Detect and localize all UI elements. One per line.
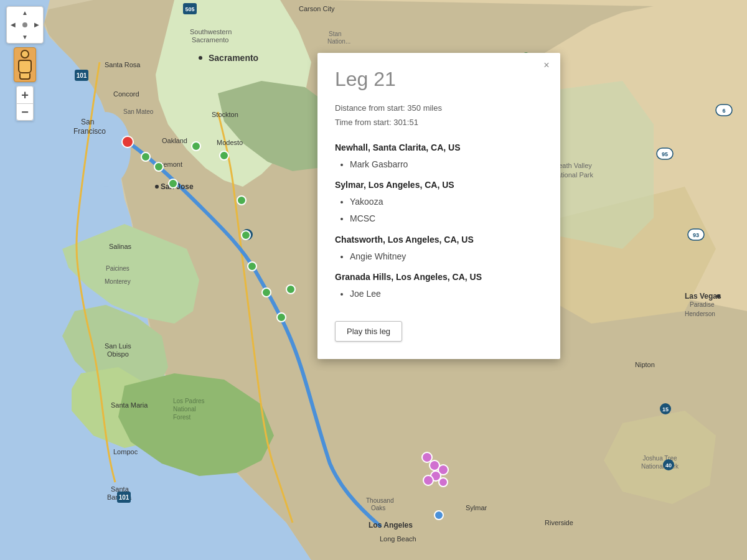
svg-text:101: 101 bbox=[77, 72, 87, 79]
svg-text:Thousand: Thousand bbox=[366, 497, 393, 504]
nav-center bbox=[19, 19, 31, 30]
svg-text:Sacramento: Sacramento bbox=[192, 36, 228, 44]
svg-point-79 bbox=[122, 136, 133, 147]
location-name: Granada Hills, Los Angeles, CA, US bbox=[335, 272, 543, 282]
svg-text:Henderson: Henderson bbox=[685, 310, 715, 317]
location-section: Granada Hills, Los Angeles, CA, USJoe Le… bbox=[335, 272, 543, 302]
svg-point-25 bbox=[155, 185, 159, 189]
svg-text:6: 6 bbox=[722, 108, 725, 114]
street-view-button[interactable] bbox=[14, 47, 36, 82]
svg-text:101: 101 bbox=[119, 494, 129, 501]
participant-item: Joe Lee bbox=[350, 286, 543, 302]
participant-item: Angie Whitney bbox=[350, 248, 543, 265]
close-button[interactable]: × bbox=[540, 59, 553, 72]
svg-point-96 bbox=[439, 478, 448, 487]
popup-title: Leg 21 bbox=[335, 68, 543, 91]
participants-list: Mark Gasbarro bbox=[335, 156, 543, 173]
zoom-out-button[interactable]: − bbox=[16, 103, 34, 121]
play-this-leg-button[interactable]: Play this leg bbox=[335, 321, 402, 342]
svg-point-84 bbox=[220, 151, 228, 160]
map-container: Death Valley National Park Joshua Tree N… bbox=[0, 0, 747, 560]
location-name: Chatsworth, Los Angeles, CA, US bbox=[335, 235, 543, 245]
participant-item: MCSC bbox=[350, 210, 543, 227]
svg-point-89 bbox=[277, 313, 286, 322]
svg-text:Forest: Forest bbox=[173, 414, 191, 421]
distance-value: 350 miles bbox=[407, 103, 442, 113]
svg-text:Oakland: Oakland bbox=[162, 137, 187, 144]
svg-text:Stockton: Stockton bbox=[212, 111, 238, 118]
svg-point-83 bbox=[192, 142, 200, 151]
svg-text:National: National bbox=[173, 406, 196, 413]
location-name: Newhall, Santa Clarita, CA, US bbox=[335, 142, 543, 152]
svg-text:Concord: Concord bbox=[113, 90, 139, 98]
svg-point-48 bbox=[716, 294, 720, 298]
zoom-in-button[interactable]: + bbox=[16, 86, 34, 103]
svg-text:Modesto: Modesto bbox=[217, 139, 243, 146]
svg-text:Las Vegas: Las Vegas bbox=[685, 292, 721, 301]
nav-down-button[interactable]: ▼ bbox=[19, 31, 31, 43]
svg-text:Lompoc: Lompoc bbox=[113, 448, 138, 455]
info-window: × Leg 21 Distance from start: 350 miles … bbox=[317, 53, 560, 359]
svg-text:Paradise: Paradise bbox=[690, 301, 715, 308]
svg-point-82 bbox=[169, 179, 177, 188]
svg-point-19 bbox=[199, 56, 202, 60]
time-label: Time from start: bbox=[335, 118, 392, 127]
svg-point-81 bbox=[154, 162, 163, 171]
svg-text:San Mateo: San Mateo bbox=[123, 108, 154, 115]
location-name: Sylmar, Los Angeles, CA, US bbox=[335, 180, 543, 190]
svg-text:Francisco: Francisco bbox=[73, 127, 106, 136]
svg-text:San: San bbox=[81, 118, 94, 126]
svg-text:95: 95 bbox=[662, 151, 668, 157]
svg-text:505: 505 bbox=[185, 6, 194, 12]
participant-item: Mark Gasbarro bbox=[350, 156, 543, 173]
svg-point-80 bbox=[141, 152, 150, 161]
svg-point-86 bbox=[242, 231, 250, 240]
svg-point-90 bbox=[286, 285, 295, 294]
svg-point-97 bbox=[435, 511, 443, 520]
svg-text:15: 15 bbox=[662, 406, 669, 413]
svg-text:Los Padres: Los Padres bbox=[173, 398, 205, 404]
svg-text:Sacramento: Sacramento bbox=[209, 53, 258, 63]
svg-point-87 bbox=[248, 262, 256, 271]
svg-text:40: 40 bbox=[665, 462, 672, 469]
popup-meta: Distance from start: 350 miles Time from… bbox=[335, 101, 543, 130]
svg-point-85 bbox=[237, 196, 246, 205]
svg-text:Nation...: Nation... bbox=[327, 38, 350, 45]
nav-left-button[interactable]: ◀ bbox=[7, 19, 19, 30]
svg-point-91 bbox=[422, 452, 432, 462]
svg-text:93: 93 bbox=[693, 232, 699, 238]
svg-text:Santa Maria: Santa Maria bbox=[111, 401, 148, 409]
participants-list: Joe Lee bbox=[335, 286, 543, 302]
nav-up-button[interactable]: ▲ bbox=[19, 7, 31, 19]
location-section: Sylmar, Los Angeles, CA, USYakoozaMCSC bbox=[335, 180, 543, 226]
svg-point-88 bbox=[262, 288, 271, 297]
svg-text:Monterey: Monterey bbox=[105, 278, 131, 285]
svg-text:Obispo: Obispo bbox=[107, 350, 129, 358]
nav-right-button[interactable]: ▶ bbox=[31, 19, 43, 30]
svg-text:Nipton: Nipton bbox=[635, 361, 655, 368]
location-section: Newhall, Santa Clarita, CA, USMark Gasba… bbox=[335, 142, 543, 173]
locations-list: Newhall, Santa Clarita, CA, USMark Gasba… bbox=[335, 142, 543, 302]
svg-text:Stan: Stan bbox=[329, 30, 342, 37]
svg-point-95 bbox=[423, 475, 433, 485]
participant-item: Yakooza bbox=[350, 194, 543, 210]
svg-text:Southwestern: Southwestern bbox=[190, 28, 232, 35]
distance-label: Distance from start: bbox=[335, 103, 405, 113]
svg-text:Sylmar: Sylmar bbox=[466, 504, 487, 511]
svg-text:Carson City: Carson City bbox=[299, 5, 335, 12]
svg-text:Salinas: Salinas bbox=[109, 243, 132, 250]
svg-text:Paicines: Paicines bbox=[106, 265, 129, 272]
svg-text:Los Angeles: Los Angeles bbox=[369, 521, 413, 530]
location-section: Chatsworth, Los Angeles, CA, USAngie Whi… bbox=[335, 235, 543, 265]
participants-list: Angie Whitney bbox=[335, 248, 543, 265]
svg-text:Santa Rosa: Santa Rosa bbox=[105, 61, 141, 68]
svg-text:Oaks: Oaks bbox=[371, 505, 385, 511]
svg-text:Long Beach: Long Beach bbox=[380, 535, 416, 543]
participants-list: YakoozaMCSC bbox=[335, 194, 543, 226]
svg-text:Riverside: Riverside bbox=[545, 519, 573, 526]
svg-text:San Luis: San Luis bbox=[105, 342, 131, 350]
map-controls: ▲ ◀ ▶ ▼ + − bbox=[6, 6, 44, 121]
time-value: 301:51 bbox=[393, 118, 418, 127]
